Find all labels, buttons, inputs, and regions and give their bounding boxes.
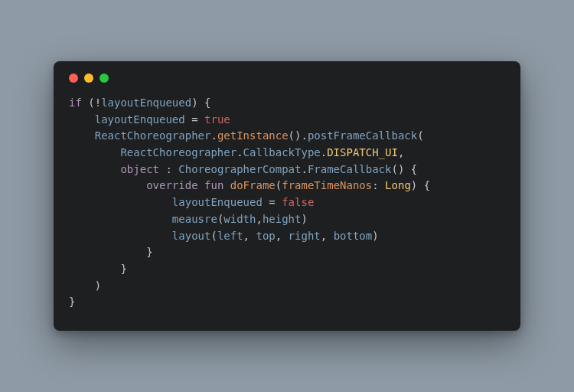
code-token-id: right: [289, 230, 321, 242]
code-token-id: top: [256, 230, 275, 242]
code-token-call: FrameCallback: [308, 163, 392, 175]
code-token-id: ReactChoreographer: [95, 129, 211, 142]
code-token-bool: true: [204, 113, 230, 126]
code-token-punc: [69, 163, 120, 175]
code-token-param: frameTimeNanos: [282, 179, 372, 191]
code-token-punc: [198, 179, 204, 191]
code-token-punc: (: [276, 179, 282, 191]
code-token-meth: getInstance: [217, 129, 289, 142]
code-token-punc: ,: [321, 230, 334, 242]
code-token-punc: (!: [82, 96, 101, 109]
code-token-punc: [69, 146, 120, 158]
code-token-id: layoutEnqueued: [101, 96, 191, 109]
code-token-id: height: [263, 213, 302, 225]
code-token-punc: }: [69, 246, 153, 258]
code-token-punc: .: [301, 163, 307, 175]
code-block: if (!layoutEnqueued) { layoutEnqueued = …: [69, 95, 505, 311]
code-token-punc: () {: [391, 163, 417, 175]
code-token-meth: doFrame: [230, 179, 276, 191]
page-background: if (!layoutEnqueued) { layoutEnqueued = …: [0, 0, 574, 392]
code-token-punc: }: [69, 296, 75, 308]
close-icon[interactable]: [69, 74, 78, 83]
code-token-id: CallbackType: [243, 146, 321, 158]
code-token-punc: [69, 230, 172, 242]
code-token-punc: (: [210, 230, 217, 242]
code-token-id: layoutEnqueued: [172, 196, 263, 208]
code-token-punc: ().: [289, 129, 308, 142]
code-token-kw: fun: [204, 179, 223, 191]
code-token-punc: [69, 196, 172, 208]
code-token-punc: ,: [398, 146, 404, 158]
code-window: if (!layoutEnqueued) { layoutEnqueued = …: [54, 61, 520, 331]
code-token-kw: object: [120, 163, 159, 175]
code-token-kw: if: [69, 96, 82, 109]
code-token-id: layoutEnqueued: [95, 113, 185, 126]
code-token-bool: false: [282, 196, 314, 208]
minimize-icon[interactable]: [84, 74, 93, 83]
code-token-id: ChoreographerCompat: [178, 163, 301, 175]
code-token-punc: [69, 213, 172, 225]
code-token-punc: ) {: [411, 179, 430, 191]
window-titlebar: [69, 74, 505, 83]
code-token-id: ReactChoreographer: [120, 146, 236, 158]
code-token-punc: ): [372, 230, 378, 242]
code-token-punc: [69, 129, 95, 142]
code-token-punc: ): [301, 213, 307, 225]
zoom-icon[interactable]: [99, 74, 109, 83]
code-token-punc: ) {: [191, 96, 210, 109]
code-token-punc: ): [69, 279, 101, 292]
code-token-punc: .: [236, 146, 243, 158]
code-token-punc: }: [69, 263, 127, 275]
code-token-punc: :: [372, 179, 385, 191]
code-token-call: meausre: [172, 213, 217, 225]
code-token-const: DISPATCH_UI: [327, 146, 398, 158]
code-token-call: layout: [172, 230, 211, 242]
code-token-op: =: [185, 113, 204, 126]
code-token-punc: :: [159, 163, 178, 175]
code-token-punc: ,: [256, 213, 262, 225]
code-token-punc: .: [321, 146, 327, 158]
code-token-punc: [69, 179, 146, 191]
code-token-type: Long: [385, 179, 411, 191]
code-token-id: left: [217, 230, 243, 242]
code-token-punc: [69, 113, 95, 126]
code-token-id: width: [223, 213, 256, 225]
code-token-punc: ,: [243, 230, 256, 242]
code-token-id: bottom: [334, 230, 373, 242]
code-token-punc: (: [417, 129, 423, 142]
code-token-op: =: [263, 196, 282, 208]
code-token-punc: [223, 179, 230, 191]
code-token-punc: .: [210, 129, 217, 142]
code-token-punc: ,: [276, 230, 289, 242]
code-token-call: postFrameCallback: [308, 129, 417, 142]
code-token-kw: override: [146, 179, 197, 191]
